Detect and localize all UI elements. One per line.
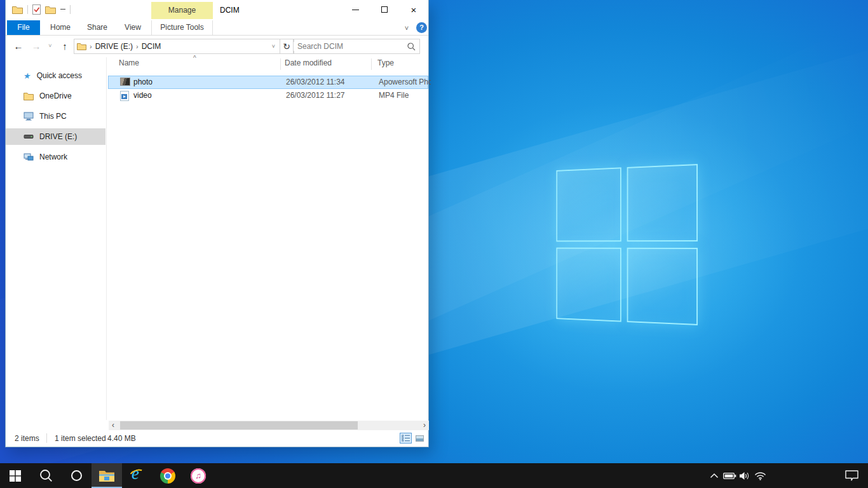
battery-status-button[interactable] (722, 463, 737, 488)
titlebar: Manage DCIM × (6, 0, 428, 20)
sidebar-item-label: DRIVE (E:) (39, 132, 77, 141)
sidebar-item-label: Quick access (37, 71, 82, 80)
breadcrumb-separator: › (90, 43, 92, 50)
file-explorer-icon (98, 470, 115, 482)
scrollbar-track[interactable] (118, 421, 420, 430)
column-divider[interactable] (371, 58, 372, 70)
onedrive-icon (24, 92, 34, 100)
search-icon (39, 469, 53, 482)
sidebar-item-label: Network (39, 152, 67, 161)
column-header-date-modified[interactable]: Date modified (285, 58, 332, 71)
sidebar-item-quick-access[interactable]: ★ Quick access (6, 67, 105, 84)
sidebar-item-this-pc[interactable]: This PC (6, 108, 105, 125)
items-count: 2 items (15, 434, 39, 443)
back-button[interactable]: ← (11, 36, 26, 55)
file-name: video (133, 89, 152, 102)
breadcrumb-dcim[interactable]: DCIM (142, 42, 161, 51)
scroll-left-icon[interactable]: ‹ (109, 421, 118, 430)
battery-icon (723, 472, 736, 480)
breadcrumb-separator: › (136, 43, 139, 50)
maximize-icon (381, 6, 388, 13)
tab-home[interactable]: Home (43, 20, 78, 35)
minimize-button[interactable] (341, 0, 370, 19)
tab-view[interactable]: View (116, 20, 149, 35)
volume-button[interactable] (737, 463, 752, 488)
address-breadcrumb-box[interactable]: › DRIVE (E:) › DCIM ˅ (74, 39, 280, 54)
chevron-up-icon (710, 473, 719, 478)
search-box (293, 39, 420, 54)
file-type: MP4 File (379, 89, 431, 102)
large-icons-view-icon (416, 435, 424, 442)
video-file-icon (120, 91, 129, 104)
properties-icon[interactable] (32, 4, 41, 15)
close-button[interactable]: × (399, 0, 428, 19)
folder-icon[interactable] (12, 5, 23, 14)
sidebar-item-drive-e[interactable]: DRIVE (E:) (6, 128, 105, 145)
sidebar-item-network[interactable]: Network (6, 149, 105, 165)
windows-logo-pane (556, 248, 621, 322)
expand-ribbon-icon[interactable]: ˅ (401, 22, 412, 34)
status-bar: 2 items 1 item selected 4.40 MB (6, 430, 428, 447)
details-view-button[interactable] (400, 433, 412, 444)
taskbar-internet-explorer-button[interactable]: e (122, 463, 153, 488)
recent-locations-dropdown-icon[interactable]: ˅ (45, 36, 55, 55)
file-row-video[interactable]: video 26/03/2012 11:27 MP4 File (108, 89, 428, 102)
speaker-icon (739, 471, 750, 480)
tab-picture-tools[interactable]: Picture Tools (151, 20, 213, 35)
tab-file[interactable]: File (7, 20, 40, 35)
selection-size: 4.40 MB (107, 434, 136, 443)
windows-start-icon (10, 470, 21, 482)
scroll-right-icon[interactable]: › (420, 421, 429, 430)
file-date-modified: 26/03/2012 11:27 (286, 89, 345, 102)
divider (70, 5, 71, 14)
folder-icon (77, 43, 86, 50)
internet-explorer-icon: e (129, 468, 146, 484)
sidebar-item-label: This PC (39, 112, 67, 121)
large-icons-view-button[interactable] (414, 433, 426, 444)
ribbon-tab-row: File Home Share View Picture Tools ˅ ? (6, 20, 428, 36)
taskbar-file-explorer-button[interactable] (92, 463, 122, 488)
sort-ascending-icon[interactable]: ^ (193, 55, 196, 62)
column-header-name[interactable]: Name (119, 58, 139, 71)
action-center-button[interactable] (840, 463, 863, 488)
show-hidden-icons-button[interactable] (707, 463, 722, 488)
wifi-icon (754, 471, 766, 480)
breadcrumb-drive-e[interactable]: DRIVE (E:) (95, 42, 133, 51)
forward-button[interactable]: → (29, 36, 44, 55)
ribbon-contextual-group-manage[interactable]: Manage (151, 2, 213, 19)
taskbar-search-button[interactable] (31, 463, 61, 488)
quick-access-icon: ★ (23, 71, 32, 81)
windows-logo-pane (627, 248, 698, 325)
window-controls: × (341, 0, 428, 19)
network-icon (24, 153, 34, 161)
start-button[interactable] (0, 463, 31, 488)
scrollbar-thumb[interactable] (120, 421, 358, 430)
address-dropdown-icon[interactable]: ˅ (270, 43, 277, 50)
column-divider[interactable] (280, 58, 281, 70)
window-title: DCIM (220, 6, 240, 15)
file-date-modified: 26/03/2012 11:34 (286, 76, 345, 89)
address-bar: ← → ˅ ↑ › DRIVE (E:) › DCIM ˅ ↻ (6, 36, 428, 57)
new-folder-icon[interactable] (45, 5, 56, 14)
this-pc-icon (24, 112, 34, 121)
search-input[interactable] (294, 42, 407, 51)
search-icon[interactable] (407, 43, 416, 51)
sidebar-item-onedrive[interactable]: OneDrive (6, 88, 105, 104)
divider (27, 5, 28, 14)
taskbar-chrome-button[interactable] (153, 463, 183, 488)
file-row-photo[interactable]: photo 26/03/2012 11:34 Apowersoft Pho (108, 76, 428, 89)
up-button[interactable]: ↑ (58, 36, 72, 55)
windows-logo-pane (627, 164, 698, 241)
windows-logo (556, 164, 698, 325)
cortana-button[interactable] (61, 463, 92, 488)
tab-share[interactable]: Share (81, 20, 114, 35)
maximize-button[interactable] (370, 0, 399, 19)
help-button[interactable]: ? (416, 22, 427, 33)
customize-qat-dropdown-icon[interactable] (60, 9, 65, 11)
network-wifi-button[interactable] (752, 463, 768, 488)
refresh-button[interactable]: ↻ (280, 39, 294, 54)
column-header-type[interactable]: Type (377, 58, 394, 71)
selection-count: 1 item selected (55, 434, 106, 443)
taskbar-itunes-button[interactable]: ♫ (183, 463, 214, 488)
horizontal-scrollbar[interactable]: ‹ › (109, 421, 429, 430)
